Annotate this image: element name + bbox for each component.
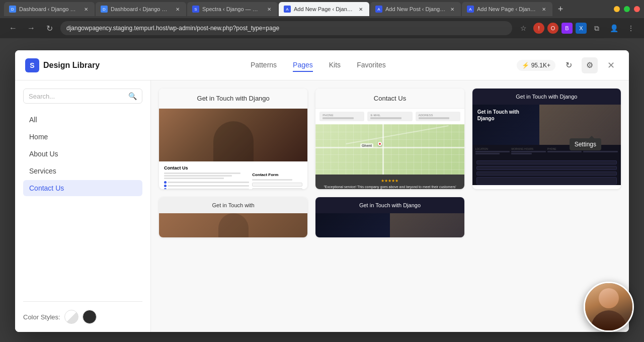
search-box[interactable]: 🔍 (23, 89, 142, 104)
tab-title-2: Dashboard ‹ Django — W... (111, 6, 171, 12)
lightning-icon: ⚡ (522, 62, 529, 69)
tab-close-4[interactable]: ✕ (357, 6, 364, 13)
tab-favicon-1: D (9, 6, 16, 13)
nav-item-contact[interactable]: Contact Us (23, 180, 142, 196)
url-text: djangowpagency.staging.tempurl.host/wp-a… (66, 25, 279, 32)
cards-grid: Get in Touch with Django Contact Us (159, 89, 621, 237)
tab-close-5[interactable]: ✕ (449, 6, 456, 13)
search-input[interactable] (29, 93, 124, 100)
forward-button[interactable]: → (24, 21, 38, 35)
modal-header-right: ⚡ 95.1K+ ↻ ⚙ ✕ (517, 57, 619, 73)
card-3-header: Get in Touch with Django (472, 89, 621, 105)
nav-item-services[interactable]: Services (23, 163, 142, 179)
video-avatar (584, 282, 634, 332)
color-styles-label: Color Styles: (23, 313, 60, 321)
extension-icon-3[interactable]: B (561, 23, 573, 34)
browser-tab-4[interactable]: A Add New Page ‹ Django —... ✕ (279, 2, 369, 16)
card-2-header: Contact Us (315, 89, 464, 109)
browser-tab-3[interactable]: S Spectra ‹ Django — Word... ✕ (187, 2, 278, 16)
modal-title: Design Library (43, 61, 100, 70)
tab-close-1[interactable]: ✕ (83, 6, 90, 13)
card-1-preview: Contact Us (159, 109, 307, 189)
browser-tab-6[interactable]: A Add New Page ‹ Django —... ✕ (462, 2, 552, 16)
settings-button[interactable]: ⚙ (582, 57, 598, 73)
extension-icon-2[interactable]: O (547, 23, 558, 34)
nav-item-about[interactable]: About Us (23, 146, 142, 162)
tab-title-6: Add New Page ‹ Django —... (477, 6, 537, 12)
stat-value: 95.1K+ (531, 62, 550, 69)
card-4[interactable]: Get in Touch with (159, 197, 307, 237)
tab-pages[interactable]: Pages (293, 59, 313, 72)
refresh-button[interactable]: ↻ (560, 57, 577, 73)
browser-menu[interactable]: ⋮ (624, 21, 638, 35)
color-circle-light[interactable] (64, 310, 78, 324)
nav-item-all[interactable]: All (23, 112, 142, 128)
tab-favicon-6: A (467, 6, 474, 13)
tab-title-4: Add New Page ‹ Django —... (294, 6, 354, 12)
tab-close-2[interactable]: ✕ (174, 6, 181, 13)
tab-favicon-3: S (192, 6, 199, 13)
tab-title-3: Spectra ‹ Django — Word... (202, 6, 263, 12)
bookmark-icon[interactable]: ☆ (516, 21, 530, 35)
window-controls (614, 6, 640, 12)
tab-title-5: Add New Post ‹ Django —... (385, 6, 446, 12)
browser-chrome: D Dashboard ‹ Django — W... ✕ D Dashboar… (0, 0, 644, 38)
content-area[interactable]: Get in Touch with Django Contact Us (151, 80, 629, 332)
minimize-button[interactable] (614, 6, 620, 12)
card-5-header: Get in Touch with Django (315, 197, 464, 213)
browser-tab-2[interactable]: D Dashboard ‹ Django — W... ✕ (96, 2, 186, 16)
sidebar: 🔍 All Home About Us Services Contact Us … (15, 80, 151, 332)
reload-button[interactable]: ↻ (42, 21, 56, 35)
tab-favicon-4: A (284, 6, 291, 13)
card-5[interactable]: Get in Touch with Django (315, 197, 464, 237)
color-circle-dark[interactable] (83, 310, 97, 324)
stat-badge: ⚡ 95.1K+ (517, 60, 555, 71)
modal-tabs: Patterns Pages Kits Favorites (120, 59, 517, 72)
card-4-header: Get in Touch with (159, 197, 307, 213)
tab-favicon-2: D (101, 6, 108, 13)
extensions-button[interactable]: ⧉ (590, 21, 604, 35)
nav-list: All Home About Us Services Contact Us (23, 112, 142, 301)
address-bar: ← → ↻ djangowpagency.staging.tempurl.hos… (0, 18, 644, 38)
tab-close-3[interactable]: ✕ (266, 6, 273, 13)
tab-patterns[interactable]: Patterns (251, 59, 277, 72)
back-button[interactable]: ← (6, 21, 20, 35)
tab-favorites[interactable]: Favorites (357, 59, 386, 72)
tab-bar: D Dashboard ‹ Django — W... ✕ D Dashboar… (0, 0, 644, 18)
browser-tab-1[interactable]: D Dashboard ‹ Django — W... ✕ (4, 2, 95, 16)
new-tab-button[interactable]: + (553, 2, 568, 16)
modal-header: S Design Library Patterns Pages Kits Fav… (15, 50, 629, 80)
modal-close-button[interactable]: ✕ (603, 57, 619, 73)
extension-icon-1[interactable]: ! (533, 23, 544, 34)
tab-favicon-5: A (375, 6, 382, 13)
maximize-button[interactable] (624, 6, 630, 12)
card-2-preview: PHONE E-MAIL ADDRESS (315, 109, 464, 189)
toolbar-icons: ☆ ! O B X ⧉ 👤 ⋮ (516, 21, 638, 35)
design-library-modal: S Design Library Patterns Pages Kits Fav… (15, 50, 629, 332)
search-icon: 🔍 (128, 92, 137, 100)
nav-item-home[interactable]: Home (23, 129, 142, 145)
card-1[interactable]: Get in Touch with Django Contact Us (159, 89, 307, 189)
card-1-header: Get in Touch with Django (159, 89, 307, 109)
url-bar[interactable]: djangowpagency.staging.tempurl.host/wp-a… (60, 21, 512, 35)
modal-logo: S Design Library (25, 58, 100, 72)
card-2[interactable]: Contact Us PHONE E-MAIL (315, 89, 464, 189)
logo-icon: S (25, 58, 39, 72)
tab-kits[interactable]: Kits (329, 59, 341, 72)
color-styles: Color Styles: (23, 301, 142, 324)
profile-icon[interactable]: 👤 (607, 21, 621, 35)
close-button[interactable] (634, 6, 640, 12)
settings-tooltip: Settings (570, 138, 601, 150)
tab-close-6[interactable]: ✕ (540, 6, 547, 13)
browser-tab-5[interactable]: A Add New Post ‹ Django —... ✕ (370, 2, 461, 16)
modal-body: 🔍 All Home About Us Services Contact Us … (15, 80, 629, 332)
tab-title-1: Dashboard ‹ Django — W... (19, 6, 79, 12)
extension-icon-4[interactable]: X (576, 23, 587, 34)
